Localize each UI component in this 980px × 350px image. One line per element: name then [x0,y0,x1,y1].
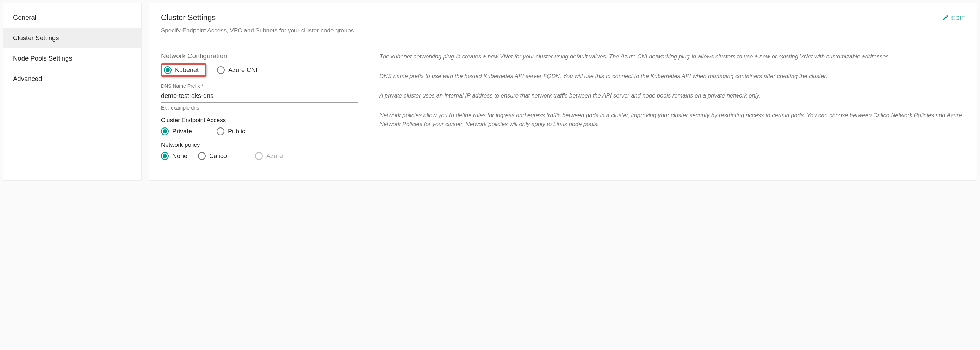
radio-azure-cni[interactable]: Azure CNI [217,66,258,74]
radio-private[interactable]: Private [161,127,192,135]
radio-kubenet[interactable]: Kubenet [164,66,199,74]
dns-prefix-input[interactable] [161,90,358,103]
dns-prefix-label: DNS Name Prefix * [161,83,358,89]
network-policy-description: Network policies allow you to define rul… [379,111,965,129]
settings-sidebar: General Cluster Settings Node Pools Sett… [3,3,142,181]
endpoint-access-radio-group: Private Public [161,127,358,135]
radio-circle-icon [161,127,169,135]
network-config-description: The kubenet networking plug-in creates a… [379,52,965,61]
page-title: Cluster Settings [161,13,354,22]
radio-circle-icon [255,152,263,160]
sidebar-item-node-pools[interactable]: Node Pools Settings [3,48,141,68]
sidebar-item-cluster-settings[interactable]: Cluster Settings [3,28,141,48]
dns-prefix-helper: Ex : example-dns [161,105,358,111]
network-policy-label: Network policy [161,142,358,149]
radio-azure-policy-label: Azure [266,153,283,160]
main-header: Cluster Settings Specify Endpoint Access… [161,13,965,42]
network-config-label: Network Configuration [161,52,358,60]
radio-public-label: Public [228,128,245,135]
main-panel: Cluster Settings Specify Endpoint Access… [149,3,977,181]
radio-circle-icon [216,127,224,135]
radio-circle-icon [217,66,225,74]
radio-circle-icon [161,152,169,160]
radio-public[interactable]: Public [216,127,245,135]
sidebar-item-general[interactable]: General [3,7,141,28]
endpoint-access-description: A private cluster uses an internal IP ad… [379,91,965,100]
radio-calico[interactable]: Calico [198,152,227,160]
edit-button[interactable]: EDIT [942,14,965,22]
endpoint-access-label: Cluster Endpoint Access [161,117,358,124]
radio-circle-icon [198,152,206,160]
page-subtitle: Specify Endpoint Access, VPC and Subnets… [161,27,354,34]
radio-kubenet-label: Kubenet [175,67,199,74]
sidebar-item-advanced[interactable]: Advanced [3,68,141,89]
pencil-icon [942,14,949,22]
edit-button-label: EDIT [951,15,965,21]
radio-none[interactable]: None [161,152,188,160]
radio-azure-cni-label: Azure CNI [228,67,258,74]
radio-azure-policy: Azure [255,152,283,160]
radio-none-label: None [172,153,188,160]
radio-calico-label: Calico [209,153,227,160]
kubenet-highlight: Kubenet [161,64,207,77]
radio-circle-icon [164,66,172,74]
network-config-radio-group: Kubenet Azure CNI [161,64,358,77]
network-policy-radio-group: None Calico Azure [161,152,358,160]
dns-prefix-description: DNS name prefix to use with the hosted K… [379,72,965,81]
radio-private-label: Private [172,128,192,135]
